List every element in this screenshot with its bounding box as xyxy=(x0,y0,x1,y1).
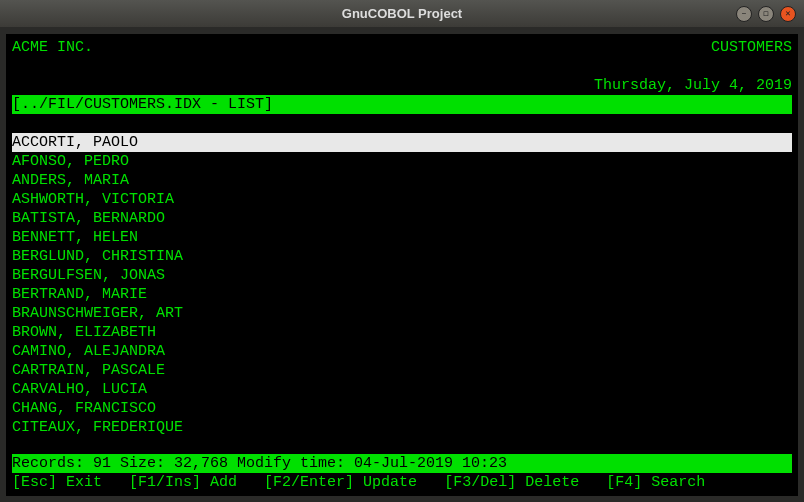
list-item[interactable]: BRAUNSCHWEIGER, ART xyxy=(12,304,792,323)
file-path: [../FIL/CUSTOMERS.IDX - LIST] xyxy=(12,96,273,113)
footer-key[interactable]: [F3/Del] Delete xyxy=(444,473,579,492)
key-separator xyxy=(237,473,264,492)
footer: Records: 91 Size: 32,768 Modify time: 04… xyxy=(12,454,792,492)
footer-key[interactable]: [F1/Ins] Add xyxy=(129,473,237,492)
list-item[interactable]: AFONSO, PEDRO xyxy=(12,152,792,171)
status-bar: Records: 91 Size: 32,768 Modify time: 04… xyxy=(12,454,792,473)
company-name: ACME INC. xyxy=(12,38,93,57)
customer-list[interactable]: ACCORTI, PAOLOAFONSO, PEDROANDERS, MARIA… xyxy=(12,133,792,437)
list-item[interactable]: BROWN, ELIZABETH xyxy=(12,323,792,342)
footer-key[interactable]: [F4] Search xyxy=(606,473,705,492)
close-icon[interactable]: ✕ xyxy=(780,6,796,22)
blank-row xyxy=(12,57,792,76)
footer-key[interactable]: [Esc] Exit xyxy=(12,473,102,492)
terminal-screen: ACME INC. CUSTOMERS Thursday, July 4, 20… xyxy=(6,34,798,496)
list-item[interactable]: CITEAUX, FREDERIQUE xyxy=(12,418,792,437)
window-controls: – ◻ ✕ xyxy=(736,6,796,22)
list-item[interactable]: CARVALHO, LUCIA xyxy=(12,380,792,399)
key-separator xyxy=(102,473,129,492)
file-path-bar: [../FIL/CUSTOMERS.IDX - LIST] xyxy=(12,95,792,114)
module-name: CUSTOMERS xyxy=(711,38,792,57)
key-separator xyxy=(579,473,606,492)
list-item[interactable]: BERGULFSEN, JONAS xyxy=(12,266,792,285)
list-item[interactable]: BERTRAND, MARIE xyxy=(12,285,792,304)
current-date: Thursday, July 4, 2019 xyxy=(594,76,792,95)
window-title: GnuCOBOL Project xyxy=(342,6,462,21)
footer-key[interactable]: [F2/Enter] Update xyxy=(264,473,417,492)
maximize-icon[interactable]: ◻ xyxy=(758,6,774,22)
date-row: Thursday, July 4, 2019 xyxy=(12,76,792,95)
list-item[interactable]: ASHWORTH, VICTORIA xyxy=(12,190,792,209)
minimize-icon[interactable]: – xyxy=(736,6,752,22)
window-titlebar: GnuCOBOL Project – ◻ ✕ xyxy=(0,0,804,28)
key-separator xyxy=(417,473,444,492)
header-row: ACME INC. CUSTOMERS xyxy=(12,38,792,57)
list-item[interactable]: ACCORTI, PAOLO xyxy=(12,133,792,152)
status-text: Records: 91 Size: 32,768 Modify time: 04… xyxy=(12,455,507,472)
footer-keys: [Esc] Exit [F1/Ins] Add [F2/Enter] Updat… xyxy=(12,473,792,492)
list-item[interactable]: ANDERS, MARIA xyxy=(12,171,792,190)
list-item[interactable]: BENNETT, HELEN xyxy=(12,228,792,247)
list-item[interactable]: BERGLUND, CHRISTINA xyxy=(12,247,792,266)
blank-row-2 xyxy=(12,114,792,133)
list-item[interactable]: CHANG, FRANCISCO xyxy=(12,399,792,418)
list-item[interactable]: CAMINO, ALEJANDRA xyxy=(12,342,792,361)
list-item[interactable]: BATISTA, BERNARDO xyxy=(12,209,792,228)
list-item[interactable]: CARTRAIN, PASCALE xyxy=(12,361,792,380)
